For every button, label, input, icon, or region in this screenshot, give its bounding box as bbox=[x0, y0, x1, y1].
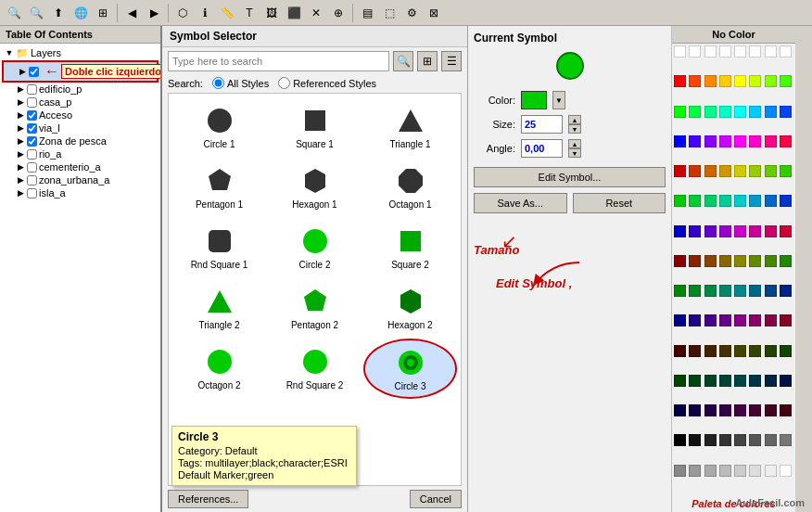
toc-check-zona[interactable] bbox=[29, 67, 39, 77]
palette-cell[interactable] bbox=[704, 465, 717, 477]
toolbar-btn-7[interactable]: ⊕ bbox=[328, 3, 349, 23]
toc-expand-cementerio[interactable]: ▶ bbox=[15, 161, 26, 173]
palette-cell[interactable] bbox=[704, 75, 717, 87]
palette-cell[interactable] bbox=[734, 225, 746, 237]
toc-item-acceso[interactable]: ▶ Acceso bbox=[2, 109, 159, 122]
palette-cell[interactable] bbox=[765, 195, 777, 207]
palette-cell[interactable] bbox=[674, 195, 686, 207]
palette-cell[interactable] bbox=[765, 75, 777, 87]
palette-cell[interactable] bbox=[734, 404, 746, 416]
palette-cell[interactable] bbox=[749, 375, 761, 387]
palette-cell[interactable] bbox=[765, 434, 777, 446]
palette-cell[interactable] bbox=[689, 404, 701, 416]
palette-cell[interactable] bbox=[780, 75, 792, 87]
palette-cell[interactable] bbox=[689, 165, 701, 177]
palette-cell[interactable] bbox=[780, 165, 792, 177]
size-down-btn[interactable]: ▼ bbox=[568, 124, 581, 134]
referenced-styles-option[interactable]: Referenced Styles bbox=[278, 77, 376, 89]
symbol-octagon2[interactable]: Octagon 2 bbox=[172, 339, 266, 399]
toolbar-btn-3[interactable]: ⬆ bbox=[48, 3, 69, 23]
symbol-square1[interactable]: Square 1 bbox=[268, 97, 362, 156]
toolbar-btn-11[interactable]: ⊠ bbox=[424, 3, 444, 23]
toolbar-btn-9[interactable]: ⬚ bbox=[379, 3, 400, 23]
toolbar-btn-back[interactable]: ◀ bbox=[121, 3, 142, 23]
palette-cell[interactable] bbox=[780, 465, 792, 477]
palette-cell[interactable] bbox=[704, 314, 717, 326]
palette-cell[interactable] bbox=[689, 434, 701, 446]
palette-cell[interactable] bbox=[734, 375, 746, 387]
toc-check-urbana[interactable] bbox=[27, 175, 37, 186]
symbol-view-btn-1[interactable]: ⊞ bbox=[417, 51, 438, 71]
toolbar-btn-globe[interactable]: 🌐 bbox=[70, 3, 91, 23]
palette-cell[interactable] bbox=[780, 434, 792, 446]
palette-cell[interactable] bbox=[734, 106, 746, 118]
palette-cell[interactable] bbox=[734, 45, 746, 58]
palette-cell[interactable] bbox=[689, 255, 701, 267]
palette-cell[interactable] bbox=[674, 255, 686, 267]
symbol-triangle2[interactable]: Triangle 2 bbox=[172, 278, 266, 337]
palette-cell[interactable] bbox=[719, 314, 731, 326]
toc-expand-pesca[interactable]: ▶ bbox=[15, 135, 26, 147]
toolbar-btn-pic[interactable]: 🖼 bbox=[261, 3, 282, 23]
palette-cell[interactable] bbox=[674, 285, 686, 297]
palette-cell[interactable] bbox=[734, 135, 746, 147]
palette-cell[interactable] bbox=[780, 375, 792, 387]
palette-cell[interactable] bbox=[719, 165, 731, 177]
palette-cell[interactable] bbox=[749, 45, 761, 58]
palette-cell[interactable] bbox=[749, 75, 761, 87]
palette-cell[interactable] bbox=[749, 345, 761, 357]
palette-cell[interactable] bbox=[765, 106, 777, 118]
palette-cell[interactable] bbox=[780, 195, 792, 207]
palette-cell[interactable] bbox=[734, 165, 746, 177]
palette-cell[interactable] bbox=[719, 135, 731, 147]
angle-up-btn[interactable]: ▲ bbox=[568, 139, 581, 148]
palette-cell[interactable] bbox=[765, 255, 777, 267]
palette-cell[interactable] bbox=[704, 375, 717, 387]
palette-cell[interactable] bbox=[674, 314, 686, 326]
palette-cell[interactable] bbox=[704, 255, 717, 267]
toolbar-btn-2[interactable]: 🔍 bbox=[26, 3, 46, 23]
angle-down-btn[interactable]: ▼ bbox=[568, 148, 581, 158]
palette-cell[interactable] bbox=[704, 165, 717, 177]
palette-cell[interactable] bbox=[689, 135, 701, 147]
angle-input[interactable] bbox=[521, 139, 563, 158]
palette-cell[interactable] bbox=[674, 165, 686, 177]
palette-cell[interactable] bbox=[719, 465, 731, 477]
toc-expand-isla[interactable]: ▶ bbox=[15, 187, 26, 198]
palette-cell[interactable] bbox=[704, 434, 717, 446]
toc-check-pesca[interactable] bbox=[27, 136, 37, 147]
palette-cell[interactable] bbox=[765, 135, 777, 147]
toolbar-btn-text[interactable]: T bbox=[239, 3, 260, 23]
palette-cell[interactable] bbox=[689, 314, 701, 326]
symbol-rndsquare1[interactable]: Rnd Square 1 bbox=[172, 218, 266, 276]
palette-cell[interactable] bbox=[780, 255, 792, 267]
palette-cell[interactable] bbox=[780, 135, 792, 147]
reset-btn[interactable]: Reset bbox=[573, 193, 666, 213]
symbol-view-btn-2[interactable]: ☰ bbox=[441, 51, 462, 71]
toolbar-btn-expand[interactable]: ⊞ bbox=[93, 3, 113, 23]
palette-cell[interactable] bbox=[674, 345, 686, 357]
palette-cell[interactable] bbox=[689, 375, 701, 387]
symbol-pentagon1[interactable]: Pentagon 1 bbox=[172, 158, 266, 216]
palette-cell[interactable] bbox=[780, 314, 792, 326]
palette-cell[interactable] bbox=[749, 195, 761, 207]
palette-cell[interactable] bbox=[704, 195, 717, 207]
toc-check-rio[interactable] bbox=[27, 149, 37, 160]
references-btn[interactable]: References... bbox=[168, 490, 248, 508]
palette-cell[interactable] bbox=[674, 404, 686, 416]
symbol-pentagon2[interactable]: Pentagon 2 bbox=[268, 278, 362, 337]
palette-cell[interactable] bbox=[719, 225, 731, 237]
palette-cell[interactable] bbox=[719, 434, 731, 446]
palette-cell[interactable] bbox=[689, 465, 701, 477]
toc-check-acceso[interactable] bbox=[27, 110, 37, 121]
palette-cell[interactable] bbox=[719, 106, 731, 118]
palette-cell[interactable] bbox=[674, 465, 686, 477]
toc-check-cementerio[interactable] bbox=[27, 162, 37, 173]
palette-cell[interactable] bbox=[780, 285, 792, 297]
symbol-circle2[interactable]: Circle 2 bbox=[268, 218, 362, 276]
palette-cell[interactable] bbox=[704, 106, 717, 118]
toc-item-rio[interactable]: ▶ rio_a bbox=[2, 147, 159, 160]
symbol-hexagon1[interactable]: Hexagon 1 bbox=[268, 158, 362, 216]
toc-check-edificio[interactable] bbox=[27, 84, 37, 95]
toc-item-zona-pesca[interactable]: ▶ Zona de pesca bbox=[2, 134, 159, 147]
